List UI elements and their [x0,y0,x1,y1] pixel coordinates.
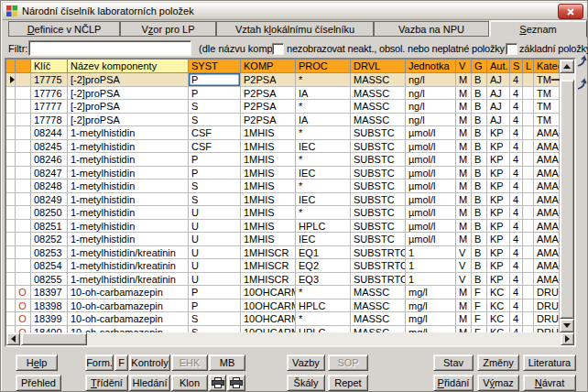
cell-klic[interactable]: 08246 [31,153,68,166]
button-stav[interactable]: Stav [433,354,474,371]
cell-komp[interactable]: 1MHIS [241,206,296,219]
cell-drvl[interactable]: SUBSTC [351,126,406,139]
cell-klic[interactable]: 08253 [31,246,68,259]
cell-drvl[interactable]: SUBSTRTO [351,259,406,272]
cell-jednotka[interactable]: ng/l [406,114,456,126]
cell-syst[interactable]: P [189,299,241,312]
cell-v[interactable]: V [456,259,472,272]
cell-drvl[interactable]: SUBSTC [351,220,406,233]
col-header-drvl[interactable]: DRVL [351,60,406,73]
vertical-scrollbar[interactable] [560,60,574,332]
cell-v[interactable]: M [456,87,472,100]
cell-komp[interactable]: 1MHIS [241,193,296,206]
cell-g[interactable]: B [472,114,487,126]
button-help[interactable]: Help [16,354,58,371]
cell-nazev[interactable]: 1-metylhistidin [68,153,189,166]
cell-s[interactable]: 4 [510,312,523,325]
cell-kategorie[interactable]: AMAC [534,153,560,166]
cell-klic[interactable]: 18400 [31,326,68,333]
cell-l[interactable] [523,286,534,299]
cell-proc[interactable]: IA [296,87,351,100]
cell-komp[interactable]: 1MHISCR [241,259,296,272]
cell-drvl[interactable]: SUBSTC [351,167,406,180]
cell-aut[interactable]: KP [487,153,510,166]
cell-syst[interactable]: U [189,220,241,233]
cell-s[interactable]: 4 [510,100,523,113]
cell-jednotka[interactable]: µmol/l [406,167,456,180]
cell-klic[interactable]: 08244 [31,126,68,139]
cell-syst[interactable]: S [189,114,241,126]
cell-s[interactable]: 4 [510,153,523,166]
col-header-l[interactable]: L [523,60,534,73]
cell-aut[interactable]: AJ [487,100,510,113]
cell-drvl[interactable]: MASSC [351,312,406,325]
cell-nazev[interactable]: 1-metylhistidin [68,220,189,233]
cell-jednotka[interactable]: 1 [406,259,456,272]
table-row[interactable]: 17777[-2]proPSASP2PSA*MASSCng/lMBAJ4TM [6,100,560,114]
button-klon[interactable]: Klon [171,375,208,391]
table-row[interactable]: 17778[-2]proPSASP2PSAIAMASSCng/lMBAJ4TM [6,114,560,127]
cell-klic[interactable]: 18399 [31,312,68,325]
cell-proc[interactable]: EQ2 [296,259,351,272]
cell-jednotka[interactable]: µmol/l [406,206,456,219]
cell-syst[interactable]: P [189,286,241,299]
cell-syst[interactable]: P [189,87,241,100]
cell-l[interactable] [523,246,534,259]
cell-drvl[interactable]: SUBSTC [351,153,406,166]
cell-drvl[interactable]: MASSC [351,299,406,312]
cell-klic[interactable]: 17776 [31,87,68,100]
cell-kategorie[interactable]: AMAC [534,193,560,206]
cell-g[interactable]: B [472,73,487,86]
cell-syst[interactable]: U [189,206,241,219]
cell-jednotka[interactable]: µmol/l [406,126,456,139]
cell-drvl[interactable]: SUBSTRTO [351,273,406,286]
cell-nazev[interactable]: [-2]proPSA [68,114,189,126]
cell-proc[interactable]: HPLC [296,326,351,333]
cell-jednotka[interactable]: µmol/l [406,193,456,206]
button-vazby[interactable]: Vazby [287,354,325,371]
cell-komp[interactable]: 1MHISCR [241,273,296,286]
cell-l[interactable] [523,87,534,100]
vertical-scroll-thumb[interactable] [560,80,574,319]
button-skaly[interactable]: Škály [287,375,325,391]
cell-klic[interactable]: 08250 [31,206,68,219]
cell-s[interactable]: 4 [510,140,523,153]
cell-l[interactable] [523,299,534,312]
cell-g[interactable]: B [472,233,487,245]
cell-l[interactable] [523,100,534,113]
table-row[interactable]: 082531-metylhistidin/kreatininU1MHISCREQ… [6,246,560,260]
col-header-jednotka[interactable]: Jednotka [406,60,456,73]
cell-nazev[interactable]: 10-oh-carbamazepin [68,286,189,299]
cell-jednotka[interactable]: mg/l [406,312,456,325]
col-header-aut-[interactable]: Aut. [487,60,510,73]
cell-g[interactable]: F [472,312,487,325]
cell-s[interactable]: 4 [510,167,523,180]
cell-s[interactable]: 4 [510,220,523,233]
cell-komp[interactable]: 1MHIS [241,220,296,233]
cell-drvl[interactable]: SUBSTC [351,193,406,206]
cell-nazev[interactable]: [-2]proPSA [68,87,189,100]
cell-jednotka[interactable]: ng/l [406,73,456,86]
table-row[interactable]: 082461-metylhistidinP1MHIS*SUBSTCµmol/lM… [6,153,560,167]
button-f[interactable]: F [114,354,128,371]
cell-komp[interactable]: P2PSA [241,114,296,126]
cell-v[interactable]: M [456,220,472,233]
cell-drvl[interactable]: SUBSTC [351,180,406,192]
button-literatura[interactable]: Literatura [523,354,576,371]
cell-proc[interactable]: * [296,153,351,166]
col-header-v[interactable]: V [456,60,472,73]
cell-l[interactable] [523,193,534,206]
cell-s[interactable]: 4 [510,180,523,192]
cell-proc[interactable]: IEC [296,140,351,153]
cell-s[interactable]: 4 [510,233,523,245]
cell-v[interactable]: M [456,206,472,219]
cell-komp[interactable]: 1MHIS [241,167,296,180]
table-row[interactable]: O1839710-oh-carbamazepinP10OHCARM*MASSCm… [6,286,560,299]
button-print1[interactable] [209,375,226,391]
cell-v[interactable]: M [456,286,472,299]
cell-drvl[interactable]: MASSC [351,87,406,100]
cell-s[interactable]: 4 [510,326,523,333]
horizontal-scroll-thumb[interactable] [21,332,87,345]
cell-g[interactable]: B [472,180,487,192]
cell-l[interactable] [523,126,534,139]
